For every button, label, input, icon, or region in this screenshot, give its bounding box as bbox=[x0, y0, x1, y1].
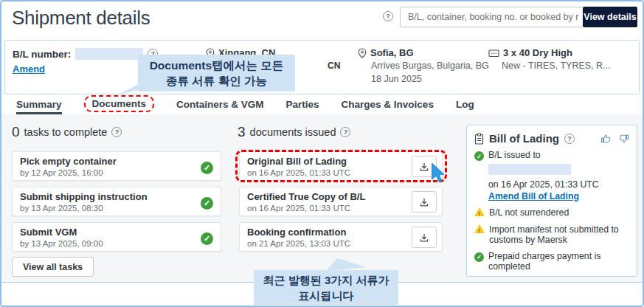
help-icon[interactable]: ? bbox=[564, 134, 575, 144]
tasks-heading: 0 tasks to complete ? bbox=[12, 124, 122, 140]
amend-bill-of-lading-link[interactable]: Amend Bill of Lading bbox=[488, 191, 579, 202]
status-icon: ✓ bbox=[474, 252, 484, 262]
help-icon[interactable]: ? bbox=[383, 11, 393, 21]
cargo-description: New - TIRES, TYRES, R... bbox=[502, 61, 611, 72]
bill-of-lading-panel: Bill of Lading ? ✓ B/L issued bbox=[466, 125, 637, 277]
cargo-summary: 3 x 40 Dry High bbox=[503, 47, 572, 58]
download-button[interactable] bbox=[412, 227, 437, 248]
destination-city: Sofia, BG bbox=[370, 47, 414, 58]
tab[interactable]: Parties bbox=[286, 94, 319, 114]
download-icon bbox=[419, 232, 429, 243]
tab-bar: Summary Documents Containers & VGM Parti… bbox=[1, 94, 643, 114]
bl-number-redacted bbox=[75, 48, 143, 60]
task-card: Submit VGM by 13 Apr 2025, 09:00 ✓ bbox=[12, 222, 221, 252]
annotation-tooltip-documents: Documents탭에서는 모든 종류 서류 확인 가능 bbox=[138, 55, 295, 92]
bill-of-lading-title: Bill of Lading bbox=[489, 132, 559, 145]
download-icon bbox=[419, 162, 429, 172]
page-title: Shipment details bbox=[12, 7, 150, 30]
check-icon: ✓ bbox=[201, 162, 213, 174]
tab[interactable]: Summary bbox=[16, 94, 62, 114]
bl-issued-status: ✓ B/L issued to on 16 Apr 2025, 01:33 UT… bbox=[474, 150, 629, 202]
status-icon bbox=[474, 224, 485, 233]
bl-issued-text: B/L issued to bbox=[488, 150, 599, 161]
view-details-button[interactable]: View details bbox=[583, 7, 637, 27]
document-card: Certified True Copy of B/L on 16 Apr 202… bbox=[239, 187, 443, 216]
bl-status-row: B/L not surrendered bbox=[474, 207, 629, 219]
bl-status-row: ✓ Prepaid charges payment is completed bbox=[474, 251, 629, 272]
destination-date: 18 Jun 2025 bbox=[371, 74, 489, 85]
amend-link[interactable]: Amend bbox=[13, 63, 45, 75]
issued-to-redacted bbox=[488, 164, 571, 175]
document-card: Booking confirmation on 21 Apr 2025, 13:… bbox=[239, 222, 443, 252]
page-header: Shipment details ? View details bbox=[1, 1, 643, 38]
check-icon: ✓ bbox=[201, 197, 213, 210]
cargo-column: 3 x 40 Dry High New - TIRES, TYRES, R... bbox=[488, 47, 611, 72]
clipboard-icon bbox=[474, 133, 484, 145]
help-icon[interactable]: ? bbox=[111, 127, 122, 137]
document-card: Original Bill of Lading on 16 Apr 2025, … bbox=[239, 151, 443, 181]
search-input[interactable] bbox=[400, 7, 583, 27]
bl-number-label: B/L number: bbox=[13, 49, 71, 60]
tooltip-pointer bbox=[326, 258, 367, 271]
task-card: Pick empty container by 12 Apr 2025, 16:… bbox=[12, 151, 221, 181]
check-icon: ✓ bbox=[201, 232, 213, 245]
download-icon bbox=[419, 197, 429, 207]
annotation-tooltip-recent-docs: 최근 발행된 3가지 서류가 표시됩니다 bbox=[254, 270, 398, 305]
task-card: Submit shipping instruction by 13 Apr 20… bbox=[12, 187, 221, 216]
tab[interactable]: Log bbox=[456, 94, 474, 114]
thumbs-up-icon[interactable] bbox=[600, 134, 612, 144]
download-button[interactable] bbox=[412, 156, 437, 177]
tab[interactable]: Containers & VGM bbox=[176, 94, 264, 114]
check-icon: ✓ bbox=[474, 151, 484, 161]
tab[interactable]: Documents bbox=[84, 95, 155, 112]
view-all-tasks-button[interactable]: View all tasks bbox=[12, 257, 94, 277]
documents-heading: 3 documents issued ? bbox=[238, 124, 350, 140]
bl-issued-date: on 16 Apr 2025, 01:33 UTC bbox=[488, 179, 599, 190]
shipment-details-page: Shipment details ? View details B/L numb… bbox=[0, 0, 644, 307]
destination-column: Sofia, BG Arrives Burgas, Bulgaria, BG 1… bbox=[358, 47, 489, 84]
shipment-info-bar: B/L number: ? Amend Xingang, CN CN Sof bbox=[4, 40, 640, 94]
thumbs-down-icon[interactable] bbox=[618, 134, 629, 144]
tooltip-pointer bbox=[118, 81, 145, 94]
origin-line2-fragment: CN bbox=[328, 61, 340, 71]
container-icon bbox=[488, 49, 499, 58]
download-button[interactable] bbox=[412, 191, 437, 213]
location-pin-icon bbox=[358, 48, 367, 58]
help-icon[interactable]: ? bbox=[340, 127, 350, 137]
status-icon bbox=[474, 207, 485, 216]
destination-arrival: Arrives Burgas, Bulgaria, BG bbox=[371, 61, 489, 72]
bl-status-row: Import manifest not submitted to customs… bbox=[474, 224, 629, 246]
tab[interactable]: Charges & Invoices bbox=[342, 94, 434, 114]
